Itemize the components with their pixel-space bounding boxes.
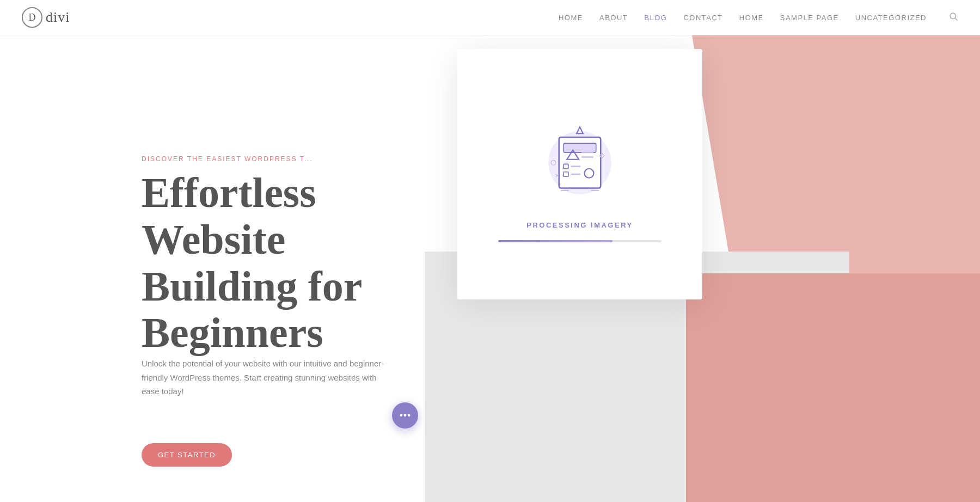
processing-modal: PROCESSING IMAGERY: [457, 49, 702, 299]
fab-button[interactable]: •••: [392, 402, 418, 428]
nav-home1[interactable]: HOME: [559, 14, 583, 22]
hero-title: EffortlessWebsiteBuilding forBeginners: [142, 169, 362, 356]
hero-description: Unlock the potential of your website wit…: [142, 357, 392, 399]
svg-point-0: [950, 13, 956, 19]
nav-home2[interactable]: HOME: [739, 14, 764, 22]
logo-text: divi: [46, 9, 70, 26]
processing-label: PROCESSING IMAGERY: [526, 221, 633, 229]
cta-button[interactable]: GET STARTED: [142, 443, 232, 467]
nav-contact[interactable]: CONTACT: [683, 14, 722, 22]
nav-uncategorized[interactable]: UNCATEGORIZED: [855, 14, 927, 22]
logo[interactable]: D divi: [22, 7, 70, 28]
svg-line-1: [955, 18, 957, 20]
nav-blog[interactable]: BLOG: [644, 14, 667, 22]
logo-icon: D: [22, 7, 42, 28]
nav-about[interactable]: ABOUT: [599, 14, 628, 22]
modal-illustration: [531, 107, 629, 205]
hero-text-block: DISCOVER THE EASIEST WORDPRESS T... Effo…: [142, 155, 362, 356]
site-header: D divi HOME ABOUT BLOG CONTACT HOME SAMP…: [0, 0, 980, 35]
nav-sample-page[interactable]: SAMPLE PAGE: [780, 14, 839, 22]
svg-rect-4: [564, 143, 596, 152]
progress-bar-fill: [498, 240, 612, 242]
main-nav: HOME ABOUT BLOG CONTACT HOME SAMPLE PAGE…: [559, 11, 958, 23]
search-icon[interactable]: [948, 11, 958, 23]
hero-subtitle: DISCOVER THE EASIEST WORDPRESS T...: [142, 155, 362, 163]
progress-bar-background: [498, 240, 661, 242]
